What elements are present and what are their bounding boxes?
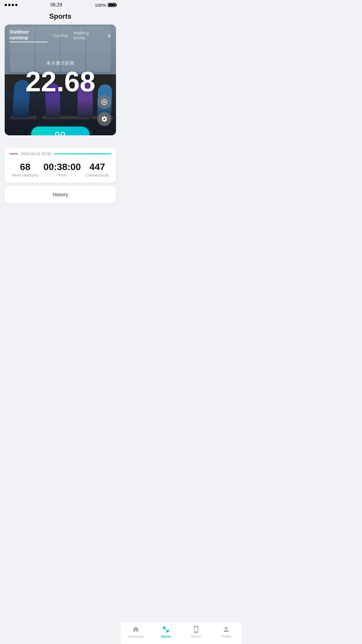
status-time: 06:29 [50,2,62,8]
add-sport-button[interactable]: + [107,32,111,40]
target-button[interactable] [97,95,111,109]
heart-rate-label: Heart rate(bpm) [12,173,38,177]
time-label: Time [43,173,81,177]
heart-rate-stat: 68 Heart rate(bpm) [12,161,38,177]
target-icon [101,99,108,106]
status-right: 100% [95,3,116,8]
calories-value: 447 [86,161,109,172]
tab-outdoor-running[interactable]: Outdoor running [9,29,48,42]
hero-card: Outdoor running Cycling Walking briskly … [5,24,116,135]
settings-icon [101,116,108,123]
stats-date: 2020-09-22 20:30 [21,152,51,156]
page-title: Sports [0,10,121,24]
sport-tabs: Outdoor running Cycling Walking briskly … [9,29,111,42]
battery-percent: 100% [95,3,106,8]
monthly-label: 本月累计距离 [25,60,95,66]
settings-button[interactable] [97,112,111,126]
cyan-line [54,153,111,154]
purple-line [9,153,18,154]
history-label: History [53,192,68,197]
heart-rate-value: 68 [12,161,38,172]
history-button[interactable]: History [5,186,116,204]
signal-dots [5,4,17,6]
calories-label: Calories(kcal) [86,173,109,177]
stats-card: 2020-09-22 20:30 68 Heart rate(bpm) 00:3… [5,148,116,183]
tab-walking-briskly[interactable]: Walking briskly [73,30,101,41]
distance-container: 本月累计距离 22.68 [25,60,95,96]
status-bar: 06:29 100% [0,0,121,10]
distance-value: 22.68 [25,68,95,96]
calories-stat: 447 Calories(kcal) [86,161,109,177]
time-value: 00:38:00 [43,161,81,172]
time-stat: 00:38:00 Time [43,161,81,177]
go-button[interactable]: GO [31,127,89,135]
battery-icon [108,3,116,7]
stats-values: 68 Heart rate(bpm) 00:38:00 Time 447 Cal… [5,159,116,183]
tab-cycling[interactable]: Cycling [53,33,68,39]
stats-header: 2020-09-22 20:30 [5,148,116,159]
